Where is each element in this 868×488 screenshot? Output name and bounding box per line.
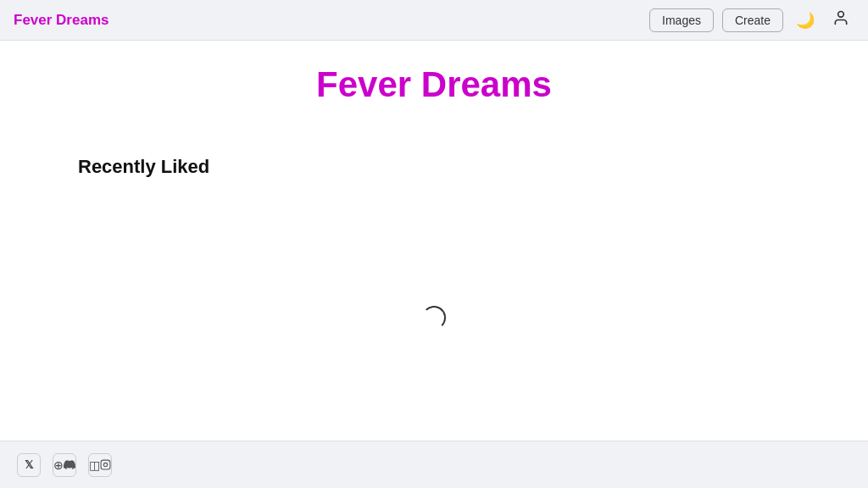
navbar-right: Images Create 🌙 xyxy=(649,7,854,34)
moon-icon: 🌙 xyxy=(796,11,815,30)
page-title: Fever Dreams xyxy=(0,64,868,105)
svg-point-2 xyxy=(103,463,107,466)
svg-point-0 xyxy=(838,12,844,18)
navbar-brand[interactable]: Fever Dreams xyxy=(14,12,108,29)
loading-spinner xyxy=(422,306,446,330)
recently-liked-section: Recently Liked xyxy=(27,156,841,178)
dark-mode-toggle[interactable]: 🌙 xyxy=(792,7,819,34)
navbar: Fever Dreams Images Create 🌙 xyxy=(0,0,868,41)
main-content: Fever Dreams Recently Liked xyxy=(0,41,868,441)
user-account-button[interactable] xyxy=(827,7,854,34)
twitter-link[interactable] xyxy=(17,453,41,477)
discord-link[interactable] xyxy=(53,453,76,477)
create-button[interactable]: Create xyxy=(722,8,783,32)
images-button[interactable]: Images xyxy=(649,8,714,32)
user-icon xyxy=(832,9,849,30)
svg-rect-1 xyxy=(101,460,110,469)
footer xyxy=(0,441,868,488)
instagram-link[interactable] xyxy=(88,453,112,477)
svg-point-3 xyxy=(108,462,108,463)
recently-liked-heading: Recently Liked xyxy=(78,156,790,178)
loading-area xyxy=(0,195,868,441)
